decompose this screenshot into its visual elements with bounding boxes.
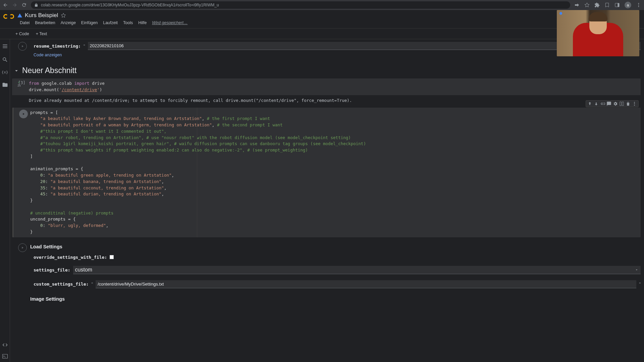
move-up-icon[interactable] <box>587 101 592 106</box>
colab-logo-icon[interactable] <box>3 12 14 23</box>
move-down-icon[interactable] <box>594 101 599 106</box>
cell-toolbar <box>586 100 639 107</box>
run-button[interactable] <box>19 110 28 118</box>
insert-toolbar: + Code + Text <box>0 28 644 39</box>
section-header: Neuer Abschnitt <box>12 60 641 78</box>
editor-ruler <box>197 108 197 237</box>
more-icon[interactable] <box>632 101 637 106</box>
menu-bar: Datei Bearbeiten Anzeige Einfügen Laufze… <box>17 19 190 26</box>
cell-output: Drive already mounted at /content/drive;… <box>12 95 641 106</box>
menu-help[interactable]: Hilfe <box>136 19 149 26</box>
load-settings-cell: Load Settings override_settings_with_fil… <box>12 241 641 304</box>
extensions-icon[interactable] <box>594 2 600 8</box>
chevron-down-icon <box>635 268 639 272</box>
star-icon[interactable] <box>584 2 590 8</box>
save-status: Wird gespeichert… <box>150 19 190 26</box>
override-label: override_settings_with_file: <box>34 255 107 260</box>
drive-mount-cell[interactable]: ✓2s [3] from google.colab import drive d… <box>12 78 641 106</box>
svg-rect-5 <box>3 354 8 358</box>
load-settings-heading: Load Settings <box>12 241 641 251</box>
reload-button[interactable] <box>21 2 27 8</box>
code-body[interactable]: from google.colab import drive drive.mou… <box>12 78 641 95</box>
back-button[interactable] <box>3 2 8 8</box>
section-title: Neuer Abschnitt <box>22 66 76 75</box>
notebook-title[interactable]: Kurs Beispiel <box>25 12 58 19</box>
url-text: colab.research.google.com/drive/13G9KHyM… <box>41 3 219 7</box>
svg-point-4 <box>638 6 639 7</box>
terminal-icon[interactable] <box>2 353 8 359</box>
svg-point-7 <box>634 103 635 104</box>
star-button[interactable] <box>61 13 66 18</box>
image-settings-heading: Image Settings <box>12 293 641 304</box>
colab-header: Kurs Beispiel Datei Bearbeiten Anzeige E… <box>0 10 644 28</box>
search-icon[interactable] <box>2 57 8 63</box>
menu-file[interactable]: Datei <box>17 19 32 26</box>
svg-point-3 <box>638 5 639 6</box>
code-snippets-icon[interactable] <box>2 342 8 348</box>
prompts-cell[interactable]: prompts = [ "a beautiful lake by Asher B… <box>12 108 641 237</box>
delete-icon[interactable] <box>626 101 631 106</box>
left-rail: {x} <box>0 39 10 362</box>
variables-icon[interactable]: {x} <box>2 70 8 74</box>
toc-icon[interactable] <box>2 43 8 49</box>
menu-insert[interactable]: Einfügen <box>79 19 100 26</box>
show-code-link[interactable]: Code anzeigen <box>34 51 641 57</box>
form-label-resume: resume_timestring: <box>34 44 81 49</box>
custom-file-input[interactable] <box>96 280 636 288</box>
menu-runtime[interactable]: Laufzeit <box>101 19 120 26</box>
settings-file-label: settings_file: <box>34 267 70 273</box>
override-checkbox[interactable] <box>110 255 114 259</box>
mirror-icon[interactable] <box>619 101 624 106</box>
run-button[interactable] <box>18 42 27 51</box>
menu-edit[interactable]: Bearbeiten <box>33 19 57 26</box>
more-icon[interactable] <box>636 2 641 8</box>
panel-icon[interactable] <box>614 2 620 8</box>
lock-icon <box>34 3 38 7</box>
add-text-button[interactable]: + Text <box>33 30 50 38</box>
settings-file-select[interactable]: custom <box>73 266 641 274</box>
code-body[interactable]: prompts = [ "a beautiful lake by Asher B… <box>13 108 641 237</box>
link-icon[interactable] <box>600 101 605 106</box>
address-bar[interactable]: colab.research.google.com/drive/13G9KHyM… <box>31 1 570 9</box>
gear-icon[interactable] <box>613 101 618 106</box>
webcam-overlay <box>557 10 639 56</box>
collapse-icon[interactable] <box>13 68 19 74</box>
browser-toolbar: colab.research.google.com/drive/13G9KHyM… <box>0 0 644 10</box>
share-icon[interactable] <box>574 2 580 8</box>
svg-rect-1 <box>618 3 619 7</box>
svg-point-6 <box>634 102 635 103</box>
files-icon[interactable] <box>2 82 8 88</box>
run-button[interactable] <box>18 243 27 252</box>
menu-tools[interactable]: Tools <box>121 19 135 26</box>
drive-icon <box>17 13 22 17</box>
notebook-content[interactable]: resume_timestring: " Code anzeigen Neuer… <box>10 39 644 362</box>
custom-file-label: custom_settings_file: <box>34 282 89 287</box>
forward-button[interactable] <box>12 2 17 8</box>
svg-point-8 <box>634 105 635 106</box>
svg-point-2 <box>638 3 639 4</box>
exec-count: [3] <box>18 80 25 85</box>
comment-icon[interactable] <box>606 101 611 106</box>
add-code-button[interactable]: + Code <box>13 30 32 38</box>
profile-avatar[interactable]: a <box>625 2 631 8</box>
menu-view[interactable]: Anzeige <box>58 19 78 26</box>
bookmark-icon2[interactable] <box>604 2 610 8</box>
resume-timestring-cell: resume_timestring: " Code anzeigen <box>12 41 641 57</box>
